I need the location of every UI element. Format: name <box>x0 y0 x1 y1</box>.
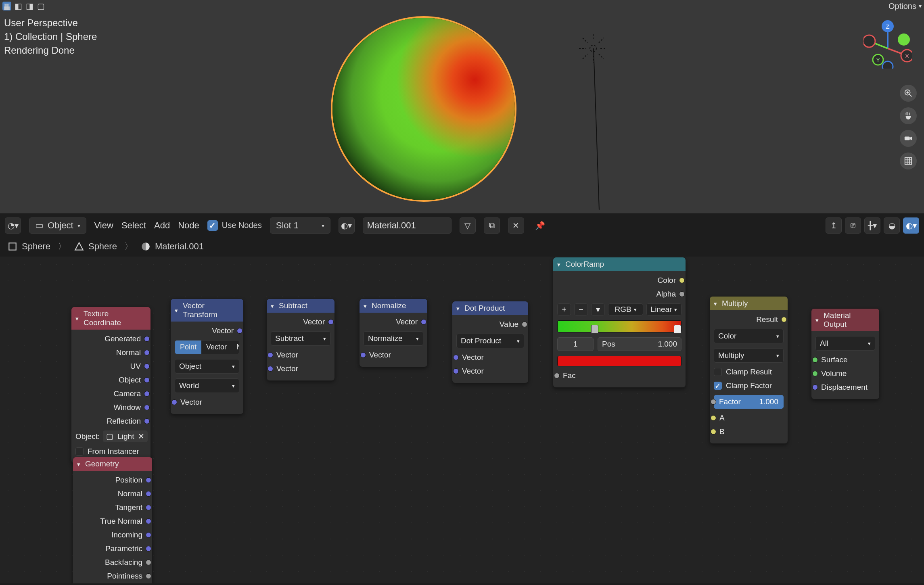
svg-point-20 <box>882 61 893 69</box>
svg-line-6 <box>599 54 604 59</box>
overlay-status: Rendering Done <box>4 44 97 57</box>
grid-icon[interactable] <box>900 153 917 169</box>
editor-type-icon[interactable]: ◔▾ <box>5 217 21 234</box>
menu-view[interactable]: View <box>94 220 113 231</box>
pin-icon[interactable]: 📌 <box>532 217 548 234</box>
toolbar-icon-4[interactable]: ▢ <box>36 2 45 10</box>
svg-text:Z: Z <box>886 23 889 30</box>
clamp-result-checkbox[interactable] <box>714 368 722 376</box>
options-label: Options <box>888 2 916 11</box>
rendered-sphere[interactable] <box>331 16 516 202</box>
slot-dropdown[interactable]: Slot 1▾ <box>270 217 330 234</box>
node-subtract[interactable]: Subtract Vector Subtract▾ Vector Vector <box>266 299 335 381</box>
ramp-menu-icon[interactable]: ▾ <box>591 303 605 315</box>
bc-obj[interactable]: Sphere <box>7 241 50 252</box>
vt-to-dropdown[interactable]: World▾ <box>175 378 239 393</box>
bc-sep-1: 〉 <box>58 240 67 253</box>
svg-point-16 <box>863 35 875 47</box>
menu-select[interactable]: Select <box>121 220 146 231</box>
node-editor-header: ◔▾ ▭ Object ▾ View Select Add Node ✓ Use… <box>0 214 924 236</box>
close-icon[interactable]: ✕ <box>508 217 524 234</box>
orientation-gizmo[interactable]: Z X Y <box>863 20 912 69</box>
from-instancer-checkbox[interactable] <box>75 447 84 455</box>
node-canvas[interactable]: Texture Coordinate Generated Normal UV O… <box>0 257 924 583</box>
ramp-linear-dropdown[interactable]: Linear ▾ <box>646 303 682 315</box>
use-nodes-checkbox[interactable]: ✓ <box>207 220 218 231</box>
node-vector-transform[interactable]: Vector Transform Vector Point Vector Nor… <box>170 299 244 414</box>
multiply-factor-field[interactable]: Factor1.000 <box>714 395 784 409</box>
3d-viewport[interactable]: ▦ ◧ ◨ ▢ Options ▾ User Perspective 1) Co… <box>0 0 924 214</box>
bc-mesh[interactable]: Sphere <box>74 241 117 252</box>
dot-op-dropdown[interactable]: Dot Product▾ <box>456 334 524 348</box>
svg-line-5 <box>583 38 587 43</box>
multiply-type-dropdown[interactable]: Color▾ <box>714 329 784 343</box>
bc-material[interactable]: Material.001 <box>140 241 204 252</box>
toolbar-icon-2[interactable]: ◧ <box>14 2 23 10</box>
material-icon <box>140 241 151 252</box>
ramp-gradient[interactable] <box>557 320 682 332</box>
svg-line-8 <box>599 38 604 43</box>
ramp-pos-field[interactable]: Pos1.000 <box>598 337 682 351</box>
matoutput-target-dropdown[interactable]: All▾ <box>815 336 875 351</box>
viewport-side-buttons <box>900 85 917 169</box>
pan-icon[interactable] <box>900 107 917 124</box>
light-object[interactable] <box>577 32 609 65</box>
options-dropdown[interactable]: Options ▾ <box>888 2 922 11</box>
zoom-icon[interactable] <box>900 85 917 102</box>
ramp-rgb-dropdown[interactable]: RGB ▾ <box>608 303 643 315</box>
light-ray-line <box>593 48 600 210</box>
viewport-overlay-text: User Perspective 1) Collection | Sphere … <box>4 16 97 57</box>
node-material-output[interactable]: Material Output All▾ Surface Volume Disp… <box>811 308 880 399</box>
viewport-toolbar: ▦ ◧ ◨ ▢ Options ▾ <box>0 0 924 12</box>
node-geometry[interactable]: Geometry Position Normal Tangent True No… <box>73 457 153 583</box>
mesh-icon <box>74 241 84 252</box>
shaded-preview-icon[interactable]: ◐▾ <box>903 217 919 234</box>
mode-dropdown[interactable]: ▭ Object ▾ <box>29 217 86 234</box>
node-normalize[interactable]: Normalize Vector Normalize▾ Vector <box>359 299 428 367</box>
ramp-swatch[interactable] <box>557 356 682 366</box>
menu-add[interactable]: Add <box>154 220 170 231</box>
toolbar-icon-1[interactable]: ▦ <box>2 2 11 10</box>
svg-rect-25 <box>905 136 910 140</box>
toolbar-icon-3[interactable]: ◨ <box>25 2 34 10</box>
shield-icon[interactable]: ▽ <box>460 217 476 234</box>
multiply-blend-dropdown[interactable]: Multiply▾ <box>714 348 784 363</box>
use-nodes-label: Use Nodes <box>222 221 262 230</box>
ramp-index-field[interactable]: 1 <box>557 337 594 351</box>
object-icon <box>7 241 18 252</box>
duplicate-icon[interactable]: ⧉ <box>484 217 500 234</box>
snap-icon[interactable]: ⎚ <box>845 217 861 234</box>
vt-from-dropdown[interactable]: Object▾ <box>175 359 239 374</box>
node-multiply[interactable]: Multiply Result Color▾ Multiply▾ Clamp R… <box>709 296 788 444</box>
parent-icon[interactable]: ↥ <box>826 217 842 234</box>
ramp-remove-icon[interactable]: − <box>574 303 588 315</box>
svg-rect-31 <box>9 243 16 250</box>
ramp-add-icon[interactable]: + <box>557 303 571 315</box>
normalize-op-dropdown[interactable]: Normalize▾ <box>364 331 423 346</box>
overlay-icon[interactable]: ◒ <box>884 217 900 234</box>
bc-sep-2: 〉 <box>124 240 133 253</box>
svg-marker-32 <box>75 242 83 250</box>
vt-type-toggle[interactable]: Point Vector Nor... <box>175 340 239 354</box>
snapopt-icon[interactable]: ╂▾ <box>864 217 880 234</box>
svg-line-7 <box>583 54 587 59</box>
material-sphere-icon[interactable]: ◐▾ <box>339 217 355 234</box>
menu-node[interactable]: Node <box>178 220 199 231</box>
svg-text:X: X <box>905 52 909 59</box>
svg-line-22 <box>909 94 912 97</box>
material-name-input[interactable] <box>363 217 452 234</box>
subtract-op-dropdown[interactable]: Subtract▾ <box>271 331 330 346</box>
overlay-collection: 1) Collection | Sphere <box>4 30 97 44</box>
node-breadcrumb: Sphere 〉 Sphere 〉 Material.001 <box>0 236 924 257</box>
node-texture-coordinate[interactable]: Texture Coordinate Generated Normal UV O… <box>71 307 151 464</box>
texcoord-object-field[interactable]: ▢ Light ✕ <box>103 430 148 442</box>
camera-icon[interactable] <box>900 130 917 147</box>
clamp-factor-checkbox[interactable]: ✓ <box>714 382 722 390</box>
node-dot-product[interactable]: Dot Product Value Dot Product▾ Vector Ve… <box>452 301 529 383</box>
svg-rect-26 <box>905 158 912 165</box>
svg-point-17 <box>898 33 910 46</box>
svg-point-0 <box>590 45 596 52</box>
overlay-perspective: User Perspective <box>4 16 97 30</box>
svg-text:Y: Y <box>876 57 880 63</box>
node-colorramp[interactable]: ColorRamp Color Alpha + − ▾ RGB ▾ Linear… <box>553 257 686 388</box>
